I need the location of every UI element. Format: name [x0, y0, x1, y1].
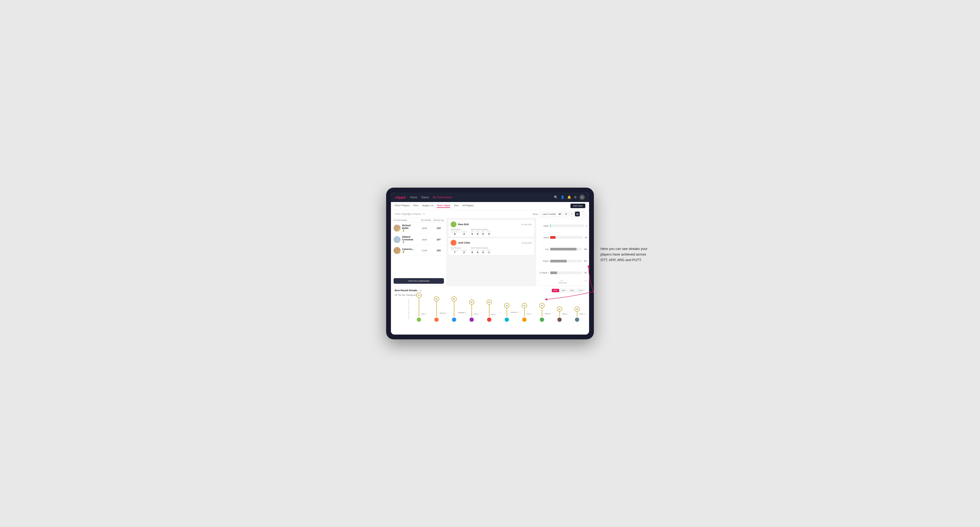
avatar[interactable]: U — [579, 195, 585, 200]
middle-panel: Rees Britt 02 Sep 2023 Total Rounds Tour… — [447, 218, 536, 286]
view-list-button[interactable]: ≡ — [570, 211, 574, 216]
bar-label: D. Bogeys + — [538, 272, 549, 274]
putt-val: 0 — [487, 233, 491, 235]
bell-icon[interactable]: 🔔 — [567, 195, 571, 199]
total-rounds-group-2: Total Rounds Tournament 7 Practice — [450, 247, 467, 254]
streak-player-avatar — [469, 317, 474, 322]
bar-fill — [550, 224, 550, 227]
streak-chart-wrapper: Best Streak, Fairway Accuracy 7x E. Eber… — [395, 298, 585, 332]
filter-app[interactable]: APP — [560, 289, 568, 292]
subnav-all-players[interactable]: All Players — [462, 204, 474, 208]
streak-player-avatar — [575, 317, 579, 322]
streak-bubble: 4x — [539, 303, 545, 308]
nav-home[interactable]: Home — [410, 196, 417, 199]
streak-bar-col: 5x J. Coles — [463, 298, 480, 322]
filter-putt[interactable]: PUTT — [577, 289, 585, 292]
nav-teams[interactable]: Teams — [421, 196, 429, 199]
settings-icon[interactable]: ⚙ — [574, 195, 577, 199]
player-avg-1: 110 — [433, 227, 444, 229]
card-date: 02 Sep 2023 — [522, 224, 532, 225]
x-label-400: 400 — [584, 280, 587, 281]
subnav-pgat[interactable]: PGAT Players — [395, 204, 410, 208]
bar-value: 499 — [584, 248, 587, 250]
view-table-button[interactable]: ↓ — [581, 211, 585, 216]
chart-x-title: Total Shots — [538, 282, 587, 284]
streak-player-name: C. Quick — [580, 313, 585, 314]
practice-activities-group: Total Practice Activities OTT 0 APP — [471, 229, 491, 235]
practice-activities-label-2: Total Practice Activities — [471, 247, 491, 249]
table-row: 2 Edward Crossman 🥈 18/20 107 — [391, 234, 447, 245]
streak-bubble: 3x — [574, 306, 580, 312]
player-card-rees-britt: Rees Britt 02 Sep 2023 Total Rounds Tour… — [449, 220, 534, 237]
streak-bubble: 6x — [451, 296, 457, 302]
streak-bar-col: 6x B. McHarg — [428, 298, 445, 322]
view-detail-button[interactable]: ▤ — [575, 211, 580, 216]
card-header: Rees Britt 02 Sep 2023 — [450, 221, 532, 227]
player-pb-1: 19/20 — [417, 227, 432, 229]
practice-col: Practice 4 — [461, 231, 467, 235]
ott-val-2: 0 — [471, 251, 474, 254]
card-player-name-2: Josh Coles — [458, 241, 520, 244]
player-card-josh-coles: Josh Coles 26 Aug 2023 Total Rounds Tour… — [449, 238, 534, 255]
streak-bubble: 5x — [469, 300, 474, 305]
arg-val: 0 — [481, 233, 485, 235]
add-team-button[interactable]: Add Team — [570, 204, 585, 208]
app-val: 0 — [476, 233, 479, 235]
practice-activities-label: Total Practice Activities — [471, 229, 491, 230]
streak-player-avatar — [522, 317, 527, 322]
app-col-2: APP 0 — [476, 249, 479, 254]
view-full-leaderboard-button[interactable]: View Full Leaderboard — [394, 278, 444, 284]
subnav-tour[interactable]: Tour — [454, 204, 458, 208]
player-info-1: Richard Butler 🥇 — [402, 224, 415, 232]
subnav-pga[interactable]: PGA — [413, 204, 418, 208]
rank-badge-2: 2 — [398, 240, 401, 243]
nav-my-performance[interactable]: My Performance — [433, 196, 452, 199]
period-select[interactable]: Last 3 months — [539, 212, 562, 216]
show-label: Show — [533, 213, 538, 215]
bar-row: D. Bogeys + 131 — [538, 271, 587, 274]
filter-ott[interactable]: OTT — [552, 289, 559, 292]
bar-row: Pars 499 — [538, 248, 587, 251]
bar-row: Eagles 3 — [538, 224, 587, 227]
rank-badge-1: 1 — [398, 229, 401, 232]
streak-bubble: 4x — [504, 303, 509, 308]
col-pb-score: PB SCORE — [418, 219, 433, 221]
col-pb-avg: PB AVG SQ — [433, 219, 444, 221]
view-grid-button[interactable]: ⊞ — [564, 211, 568, 216]
edit-icon[interactable]: ✎ — [423, 213, 425, 215]
subnav-team-clippd[interactable]: Team Clippd — [437, 204, 450, 208]
left-panel: PLAYER NAME PB SCORE PB AVG SQ 1 Richard… — [391, 218, 447, 286]
player-pb-3: 17/20 — [417, 249, 432, 252]
card-stats-2: Total Rounds Tournament 7 Practice — [450, 247, 532, 254]
streak-section: Best Round Streaks ← OTT APP ARG PUTT Of… — [391, 286, 589, 335]
total-rounds-label-2: Total Rounds — [450, 247, 467, 249]
main-content: Team Clippd | 14 Players ✎ Show Last 3 m… — [391, 210, 589, 335]
streak-player-avatar — [504, 317, 509, 322]
streak-player-name: B. McHarg — [440, 313, 446, 314]
y-axis: Best Streak, Fairway Accuracy — [395, 298, 410, 332]
player-name-1: Richard Butler — [402, 224, 415, 229]
streak-bar-col: 5x R. Britt — [481, 298, 498, 322]
logo: clippd — [395, 195, 405, 199]
bar-label: Birdies — [538, 237, 549, 238]
player-avg-3: 103 — [433, 249, 444, 252]
app-col: APP 0 — [476, 231, 479, 235]
streak-player-name: R. Britt — [492, 314, 495, 315]
subnav-hcaps[interactable]: Hcaps 1-5 — [422, 204, 433, 208]
search-icon[interactable]: 🔍 — [554, 195, 558, 199]
show-controls: Show Last 3 months ⊞ ≡ ▤ ↓ — [533, 211, 585, 216]
bar-fill — [550, 236, 555, 239]
bar-track — [550, 248, 582, 251]
card-header-2: Josh Coles 26 Aug 2023 — [450, 240, 532, 246]
practice-stat-cols-2: OTT 0 APP 0 — [471, 249, 491, 254]
streak-player-name: M. Maher — [545, 313, 550, 314]
player-info-2: Edward Crossman 🥈 — [402, 236, 415, 243]
person-icon[interactable]: 👤 — [561, 195, 565, 199]
team-header: Team Clippd | 14 Players ✎ Show Last 3 m… — [391, 210, 589, 218]
bar-track — [550, 271, 582, 274]
practice-val-2: 2 — [461, 251, 467, 254]
stat-cols: Tournament 8 Practice 4 — [450, 231, 467, 235]
player-name-3: Cameron... — [402, 248, 415, 251]
bar-row: Bogeys 311 — [538, 260, 587, 262]
filter-arg[interactable]: ARG — [568, 289, 576, 292]
